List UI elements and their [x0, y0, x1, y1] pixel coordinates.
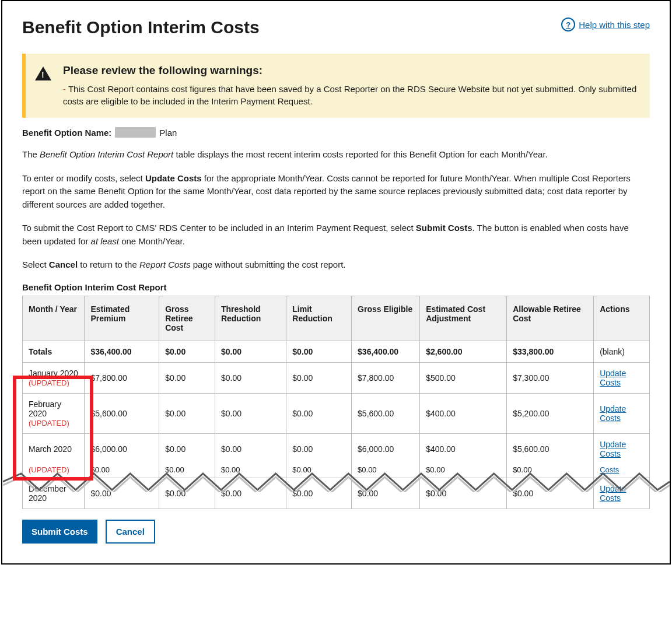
- paragraph-4: Select Cancel to return to the Report Co…: [22, 258, 650, 272]
- question-icon: ?: [561, 17, 575, 31]
- col-actions: Actions: [594, 296, 650, 341]
- help-link[interactable]: ? Help with this step: [561, 17, 650, 31]
- warning-alert: Please review the following warnings: Th…: [22, 54, 650, 118]
- table-row: January 2020(UPDATED) $7,800.00 $0.00 $0…: [23, 362, 650, 393]
- paragraph-2: To enter or modify costs, select Update …: [22, 172, 650, 212]
- benefit-name-label: Benefit Option Name:: [22, 128, 111, 138]
- table-caption: Benefit Option Interim Cost Report: [22, 282, 650, 292]
- col-est-premium: Estimated Premium: [85, 296, 159, 341]
- warning-text: This Cost Report contains cost figures t…: [63, 83, 637, 107]
- submit-costs-button[interactable]: Submit Costs: [22, 520, 97, 544]
- page-title: Benefit Option Interim Costs: [22, 17, 260, 37]
- totals-row: Totals $36,400.00 $0.00 $0.00 $0.00 $36,…: [23, 341, 650, 362]
- col-threshold: Threshold Reduction: [215, 296, 286, 341]
- col-allowable: Allowable Retiree Cost: [507, 296, 594, 341]
- table-header-row: Month / Year Estimated Premium Gross Ret…: [23, 296, 650, 341]
- col-limit: Limit Reduction: [286, 296, 352, 341]
- zigzag-row: [23, 478, 650, 478]
- table-break-zigzag: [3, 471, 670, 492]
- cancel-button[interactable]: Cancel: [106, 520, 155, 544]
- warning-icon: [35, 66, 51, 80]
- benefit-name-redacted: [115, 127, 156, 138]
- paragraph-1: The Benefit Option Interim Cost Report t…: [22, 148, 650, 162]
- table-row: March 2020 $6,000.00 $0.00 $0.00 $0.00 $…: [23, 433, 650, 464]
- updated-badge: (UPDATED): [29, 419, 69, 427]
- help-link-label: Help with this step: [579, 20, 650, 30]
- col-est-adj: Estimated Cost Adjustment: [420, 296, 507, 341]
- warning-heading: Please review the following warnings:: [63, 64, 637, 77]
- update-costs-link[interactable]: Update Costs: [600, 440, 626, 458]
- benefit-name-row: Benefit Option Name: Plan: [22, 127, 650, 138]
- updated-badge: (UPDATED): [29, 378, 69, 387]
- update-costs-link[interactable]: Update Costs: [600, 369, 626, 387]
- update-costs-link[interactable]: Update Costs: [600, 404, 626, 423]
- col-month: Month / Year: [23, 296, 85, 341]
- col-gross-eligible: Gross Eligible: [352, 296, 420, 341]
- benefit-name-suffix: Plan: [159, 128, 177, 138]
- col-gross-retiree: Gross Retiree Cost: [159, 296, 215, 341]
- cost-report-table: Month / Year Estimated Premium Gross Ret…: [22, 296, 650, 509]
- paragraph-3: To submit the Cost Report to CMS' RDS Ce…: [22, 222, 650, 248]
- table-row: February 2020(UPDATED) $5,600.00 $0.00 $…: [23, 393, 650, 433]
